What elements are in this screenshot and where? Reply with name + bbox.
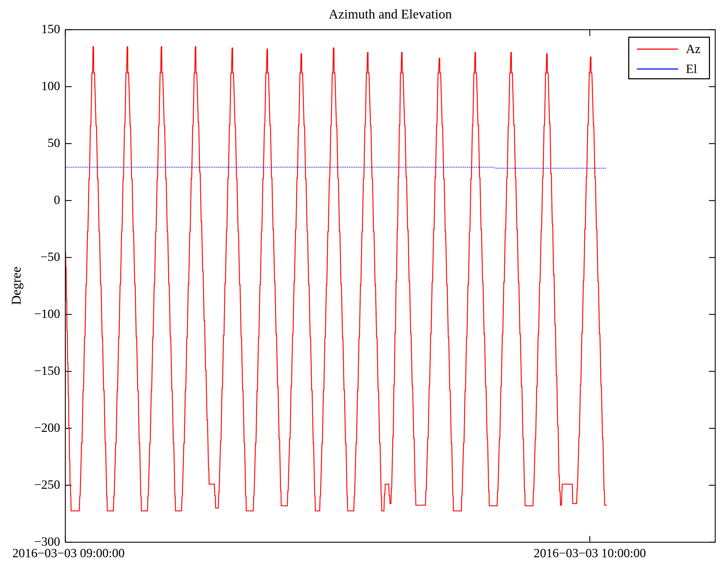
axis-ticks [65, 30, 715, 542]
y-tick-label: −150 [4, 363, 60, 378]
y-tick-label: 100 [4, 79, 60, 93]
legend-az-row: Az [629, 40, 709, 58]
y-tick-label: −200 [4, 420, 60, 435]
x-tick-label: 2016−03−03 09:00:00 [0, 546, 226, 560]
plot-data [65, 47, 607, 511]
figure: Azimuth and Elevation Degree 150100500−5… [0, 0, 725, 588]
y-tick-label: −100 [4, 306, 60, 321]
y-tick-label: 0 [4, 193, 60, 207]
legend-az-line-swatch [637, 49, 678, 50]
y-tick-label: 50 [4, 136, 60, 150]
chart-canvas [0, 0, 725, 588]
el-line [65, 167, 607, 168]
legend-el-line-swatch [637, 68, 678, 70]
y-tick-label: −250 [4, 477, 60, 492]
plot-border [65, 30, 715, 542]
az-line [65, 47, 607, 511]
legend-el-row: El [629, 60, 709, 78]
chart-title: Azimuth and Elevation [65, 6, 715, 22]
y-tick-label: −50 [4, 249, 60, 264]
y-axis-label: Degree [8, 267, 24, 305]
legend: Az El [628, 37, 710, 79]
legend-az-label: Az [686, 43, 701, 55]
legend-el-label: El [686, 63, 697, 75]
y-tick-label: 150 [4, 22, 60, 36]
x-tick-label: 2016−03−03 10:00:00 [433, 546, 725, 560]
